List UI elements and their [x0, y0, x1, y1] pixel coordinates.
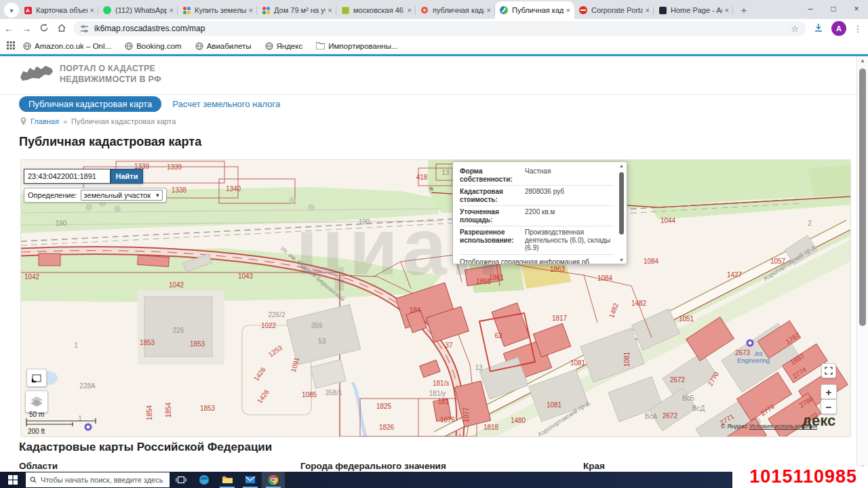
cadastral-number-input[interactable] [24, 169, 111, 184]
tab-close-icon[interactable]: × [487, 6, 491, 14]
browser-tab[interactable]: (112) WhatsApp Busi...× [98, 1, 178, 19]
tab-close-icon[interactable]: × [328, 6, 332, 14]
bookmark-star-icon[interactable]: ☆ [791, 24, 799, 34]
map-label: 1081 [570, 359, 585, 367]
task-view-button[interactable] [170, 472, 193, 488]
fullscreen-button[interactable] [821, 363, 836, 378]
map-label: 1853 [200, 405, 215, 412]
site-logo[interactable]: ПОРТАЛ О КАДАСТРЕ НЕДВИЖИМОСТИ В РФ [19, 63, 161, 85]
field-value: 2808036 руб [522, 188, 614, 203]
scroll-up-icon[interactable]: ▲ [618, 163, 625, 168]
cadastral-map[interactable]: циан 13391339133813404181319019010421042… [20, 159, 851, 437]
windows-icon [8, 475, 18, 485]
map-label: 1825 [376, 403, 391, 410]
bookmark-item[interactable]: Авиабилеты [195, 42, 252, 50]
mail-button[interactable] [239, 472, 262, 488]
file-explorer-button[interactable] [216, 472, 239, 488]
scroll-thumb[interactable] [619, 172, 624, 235]
map-label: ВсД [692, 405, 705, 412]
url-text[interactable]: ik6map.roscadastres.com/map [94, 24, 791, 33]
edge-button[interactable] [193, 472, 216, 488]
mail-icon [245, 476, 256, 484]
map-label: 1853 [140, 339, 155, 346]
map-label: 1085 [302, 391, 317, 399]
browser-tab[interactable]: Corporate Portal× [574, 1, 654, 19]
tab-close-icon[interactable]: × [249, 6, 253, 14]
bookmark-item[interactable]: Amazon.co.uk – Onl... [23, 42, 111, 50]
zoom-in-button[interactable]: + [821, 384, 837, 399]
scroll-up-icon[interactable]: ▲ [857, 58, 868, 64]
reload-icon[interactable] [35, 23, 53, 35]
chrome-button[interactable] [262, 472, 285, 488]
breadcrumb-home-link[interactable]: Главная [31, 117, 59, 125]
tab-title: (112) WhatsApp Busi... [115, 6, 167, 14]
select-area-tool-button[interactable] [26, 369, 47, 387]
bookmark-item[interactable]: Яндекс [265, 42, 303, 50]
minimize-button[interactable]: – [799, 0, 822, 18]
popup-scrollbar[interactable]: ▲ ▼ [618, 163, 625, 262]
tab-land-tax-link[interactable]: Расчет земельного налога [172, 99, 280, 109]
tab-search-button[interactable]: ▾ [4, 3, 19, 18]
search-button[interactable]: Найти [111, 169, 143, 184]
tab-favicon [340, 5, 350, 15]
tab-close-icon[interactable]: × [646, 6, 650, 14]
map-label: 226 [173, 327, 184, 334]
browser-tab[interactable]: Купить земельный у...× [178, 1, 257, 19]
download-icon[interactable] [810, 23, 827, 35]
tab-public-cadastral-map[interactable]: Публичная кадастровая карта [19, 96, 161, 112]
browser-tab[interactable]: Дом 79 м² на участ...× [257, 1, 336, 19]
task-view-icon [176, 475, 186, 485]
yandex-brand-fragment: декс [802, 412, 835, 430]
map-label: 1861 [489, 274, 504, 281]
object-type-select[interactable]: земельный участок ▾ [81, 190, 163, 201]
object-type-filter: Определение: земельный участок ▾ [24, 188, 167, 203]
start-button[interactable] [0, 472, 26, 488]
map-label: 190 [56, 220, 67, 227]
browser-tab[interactable]: московская 46 — 2...× [336, 1, 416, 19]
map-label: 418 [416, 174, 428, 181]
address-bar[interactable]: ik6map.roscadastres.com/map ☆ [73, 21, 806, 36]
profile-avatar[interactable]: A [831, 21, 846, 36]
browser-tab[interactable]: Публичная кадастр...× [495, 1, 574, 19]
tab-favicon [261, 5, 271, 15]
forward-icon[interactable]: → [18, 23, 35, 34]
popup-field-row: Форма собственности:Частная [460, 165, 614, 186]
browser-window: ▾ AКарточка объекта н...×(112) WhatsApp … [0, 0, 868, 488]
site-info-icon[interactable] [80, 24, 89, 33]
field-label: Уточненная площадь: [460, 208, 522, 224]
tab-title: Home Page - AgentS... [671, 6, 722, 14]
map-label: 1022 [261, 322, 276, 329]
tab-close-icon[interactable]: × [566, 6, 570, 14]
field-value: Производственная деятельность (6.0), скл… [522, 228, 614, 252]
map-marker-icon[interactable] [747, 340, 754, 347]
page-scrollbar[interactable]: ▲ ▼ [856, 56, 868, 472]
scroll-down-icon[interactable]: ▼ [618, 258, 625, 262]
map-label: 1044 [660, 217, 675, 224]
back-icon[interactable]: ← [0, 23, 18, 34]
region-column-heading: Края [583, 461, 605, 471]
tab-close-icon[interactable]: × [90, 6, 94, 14]
bookmark-item[interactable]: Импортированны... [316, 42, 397, 50]
browser-tab[interactable]: AКарточка объекта н...× [19, 1, 98, 19]
map-label: 1043 [238, 272, 253, 280]
map-label: 1854 [146, 405, 153, 420]
scroll-thumb[interactable] [859, 68, 866, 326]
map-label: 181/у [429, 390, 446, 397]
map-label: 2673 [735, 349, 750, 357]
tab-close-icon[interactable]: × [725, 6, 729, 14]
menu-kebab-icon[interactable]: ⋮ [850, 24, 865, 34]
scale-imperial: 200 ft [28, 428, 101, 435]
bookmark-label: Booking.com [136, 42, 181, 50]
apps-grid-icon[interactable] [7, 40, 15, 52]
browser-tab[interactable]: Home Page - AgentS...× [654, 1, 733, 19]
maximize-button[interactable]: □ [822, 0, 845, 18]
new-tab-button[interactable]: + [736, 1, 752, 18]
browser-tab[interactable]: публичная кадастро...× [416, 1, 495, 19]
bookmark-item[interactable]: Booking.com [125, 42, 181, 50]
home-icon[interactable] [53, 23, 71, 35]
tab-close-icon[interactable]: × [408, 6, 412, 14]
close-button[interactable]: × [845, 0, 868, 18]
tab-close-icon[interactable]: × [170, 6, 174, 14]
layers-button[interactable] [25, 390, 48, 413]
taskbar-search[interactable]: Чтобы начать поиск, введите здесь запрос [26, 472, 170, 487]
